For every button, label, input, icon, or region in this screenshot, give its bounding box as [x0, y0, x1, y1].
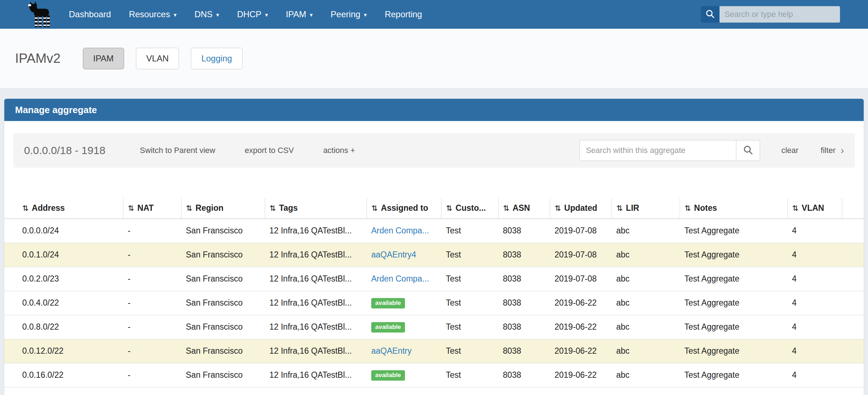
- table-row: 0.0.1.0/24 - San Franscisco 12 Infra,16 …: [4, 243, 864, 267]
- cell-clipped: [842, 219, 864, 243]
- aggregate-label: 0.0.0.0/18 - 1918: [24, 144, 105, 157]
- cell-region: San Franscisco: [181, 267, 265, 291]
- assigned-link[interactable]: Arden Compa...: [371, 226, 429, 235]
- sort-icon: ⇅: [22, 204, 29, 212]
- assigned-link[interactable]: aaQAEntry: [371, 346, 412, 356]
- aggregate-search-input[interactable]: [580, 140, 736, 161]
- col-header-vlan[interactable]: ⇅VLAN: [787, 198, 842, 219]
- cell-lir: abc: [612, 267, 680, 291]
- filter-label: filter: [821, 146, 836, 155]
- cell-tags: 12 Infra,16 QATestBl...: [265, 243, 367, 267]
- nav-item-resources[interactable]: Resources ▾: [120, 9, 185, 19]
- cell-assigned: aaQAEntry4: [367, 243, 441, 267]
- col-header-address[interactable]: ⇅Address: [4, 198, 123, 219]
- panel-title: Manage aggregate: [15, 104, 97, 116]
- available-badge[interactable]: available: [371, 298, 405, 308]
- col-header-region[interactable]: ⇅Region: [181, 198, 265, 219]
- cell-assigned: Arden Compa...: [367, 219, 441, 243]
- cell-notes: Test Aggregate: [680, 267, 787, 291]
- table-row: 0.0.16.0/22 - San Franscisco 12 Infra,16…: [4, 363, 864, 387]
- cell-address: 0.0.12.0/22: [4, 339, 123, 363]
- navbar-search-input[interactable]: [720, 6, 840, 23]
- search-icon: [705, 9, 715, 20]
- okapi-logo-icon[interactable]: [20, 1, 55, 28]
- cell-assigned: aaQAEntry: [367, 339, 441, 363]
- cell-region: San Franscisco: [181, 291, 265, 315]
- cell-region: San Franscisco: [181, 315, 265, 339]
- navbar-search-button[interactable]: [701, 6, 720, 23]
- cell-lir: abc: [612, 315, 680, 339]
- nav-label: Resources: [129, 9, 170, 19]
- col-header-updated[interactable]: ⇅Updated: [550, 198, 612, 219]
- available-badge[interactable]: available: [371, 370, 405, 381]
- cell-lir: abc: [612, 291, 680, 315]
- sort-icon: ⇅: [372, 204, 378, 212]
- cell-notes: Test Aggregate: [680, 291, 787, 315]
- cell-vlan: 4: [787, 291, 842, 315]
- actions-menu-link[interactable]: actions +: [323, 146, 355, 155]
- cell-customer: Test: [441, 219, 498, 243]
- cell-nat: -: [123, 243, 181, 267]
- cell-lir: abc: [612, 219, 680, 243]
- aggregate-search-button[interactable]: [736, 140, 760, 161]
- cell-updated: 2019-07-08: [550, 243, 612, 267]
- aggregate-toolbar: 0.0.0.0/18 - 1918 Switch to Parent view …: [13, 133, 855, 168]
- cell-tags: 12 Infra,16 QATestBl...: [265, 339, 367, 363]
- cell-address: 0.0.1.0/24: [4, 243, 123, 267]
- col-header-tags[interactable]: ⇅Tags: [265, 198, 367, 219]
- nav-item-reporting[interactable]: Reporting: [376, 9, 431, 19]
- export-csv-link[interactable]: export to CSV: [245, 146, 294, 155]
- sort-icon: ⇅: [555, 204, 561, 212]
- cell-tags: 12 Infra,16 QATestBl...: [265, 219, 367, 243]
- cell-customer: Test: [441, 243, 498, 267]
- assigned-link[interactable]: aaQAEntry4: [371, 250, 416, 259]
- cell-assigned: available: [367, 315, 441, 339]
- filter-link[interactable]: filter ›: [821, 145, 844, 155]
- tab-vlan[interactable]: VLAN: [136, 48, 179, 69]
- nav-label: Reporting: [385, 9, 422, 19]
- col-header-asn[interactable]: ⇅ASN: [498, 198, 550, 219]
- toolbar-right: clear filter ›: [580, 140, 844, 161]
- table-row: 0.0.8.0/22 - San Franscisco 12 Infra,16 …: [4, 315, 864, 339]
- available-badge[interactable]: available: [371, 322, 405, 333]
- caret-down-icon: ▾: [265, 12, 268, 18]
- panel-header: Manage aggregate: [4, 99, 864, 121]
- clear-link[interactable]: clear: [781, 146, 798, 155]
- col-header-nat[interactable]: ⇅NAT: [123, 198, 181, 219]
- tab-logging[interactable]: Logging: [191, 48, 242, 69]
- col-header-customer[interactable]: ⇅Custo...: [441, 198, 498, 219]
- col-header-notes[interactable]: ⇅Notes: [680, 198, 787, 219]
- nav-item-dashboard[interactable]: Dashboard: [69, 9, 120, 19]
- table-row: 0.0.2.0/23 - San Franscisco 12 Infra,16 …: [4, 267, 864, 291]
- cell-clipped: [842, 243, 864, 267]
- cell-updated: 2019-06-22: [550, 291, 612, 315]
- cell-address: 0.0.16.0/22: [4, 363, 123, 387]
- switch-parent-view-link[interactable]: Switch to Parent view: [140, 146, 215, 155]
- cell-vlan: 4: [787, 339, 842, 363]
- assigned-link[interactable]: Arden Compa...: [371, 274, 429, 283]
- cell-region: San Franscisco: [181, 363, 265, 387]
- cell-notes: Test Aggregate: [680, 339, 787, 363]
- nav-item-ipam[interactable]: IPAM ▾: [277, 9, 322, 19]
- col-header-assigned-to[interactable]: ⇅Assigned to: [367, 198, 441, 219]
- cell-customer: Test: [441, 267, 498, 291]
- col-label: ASN: [513, 203, 530, 213]
- col-label: Tags: [279, 203, 298, 213]
- tab-ipam[interactable]: IPAM: [83, 48, 124, 69]
- cell-asn: 8038: [498, 339, 550, 363]
- search-icon: [743, 145, 754, 157]
- main-menu: Dashboard Resources ▾ DNS ▾ DHCP ▾ IPAM …: [69, 9, 431, 19]
- nav-item-peering[interactable]: Peering ▾: [322, 9, 376, 19]
- nav-label: Peering: [331, 9, 360, 19]
- cell-updated: 2019-06-22: [550, 315, 612, 339]
- sort-icon: ⇅: [617, 204, 623, 212]
- cell-updated: 2019-06-22: [550, 339, 612, 363]
- table-header-row: ⇅Address ⇅NAT ⇅Region ⇅Tags ⇅Assigned to…: [4, 198, 864, 219]
- col-header-lir[interactable]: ⇅LIR: [612, 198, 680, 219]
- nav-item-dns[interactable]: DNS ▾: [185, 9, 228, 19]
- nav-item-dhcp[interactable]: DHCP ▾: [228, 9, 277, 19]
- cell-nat: -: [123, 363, 181, 387]
- col-header-clipped: [842, 198, 864, 219]
- cell-lir: abc: [612, 243, 680, 267]
- col-label: Region: [195, 203, 223, 213]
